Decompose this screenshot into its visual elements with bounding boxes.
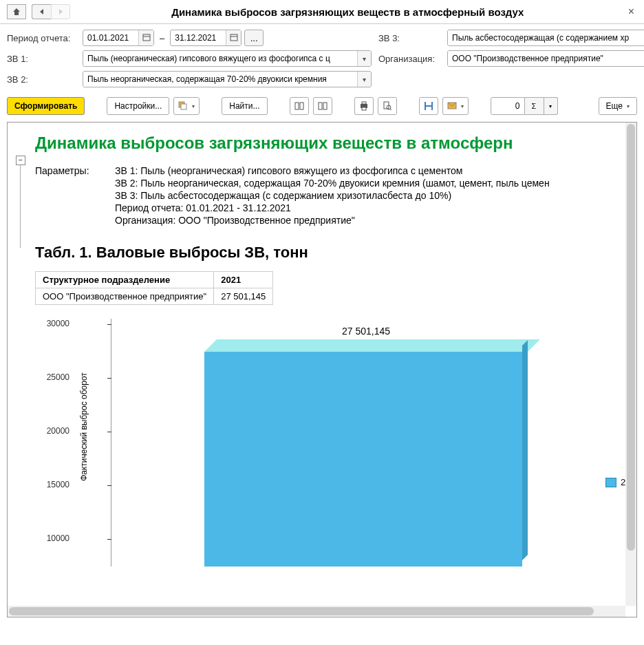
table-title: Табл. 1. Валовые выбросы ЗВ, тонн xyxy=(35,244,630,262)
table-col1-header: Структурное подразделение xyxy=(36,272,214,288)
y-tick: 15000 xyxy=(35,480,69,489)
email-button[interactable]: ▾ xyxy=(442,97,469,115)
email-icon xyxy=(447,102,457,110)
date-from-calendar-btn[interactable] xyxy=(138,30,153,45)
zv1-dropdown-btn[interactable]: ▾ xyxy=(357,51,371,66)
svg-rect-7 xyxy=(300,103,303,109)
preview-button[interactable] xyxy=(378,97,397,115)
more-button[interactable]: Еще ▾ xyxy=(599,97,637,115)
forward-button[interactable] xyxy=(51,4,70,19)
sigma-button[interactable]: Σ xyxy=(525,97,544,115)
table-row1-label: ООО "Производственное предприятие" xyxy=(36,288,214,305)
org-dropdown: ▾ xyxy=(447,50,644,67)
table-icon xyxy=(178,101,188,111)
report-title: Динамика выбросов загрязняющих веществ в… xyxy=(35,134,630,153)
print-icon xyxy=(359,101,369,111)
zv3-label: ЗВ 3: xyxy=(378,33,440,43)
svg-rect-6 xyxy=(295,103,299,109)
svg-rect-17 xyxy=(426,102,431,105)
svg-rect-5 xyxy=(181,104,186,109)
period-label: Период отчета: xyxy=(7,33,76,43)
date-to-wrap xyxy=(170,30,242,46)
settings-button[interactable]: Настройки... xyxy=(107,97,169,115)
y-tick: 10000 xyxy=(35,533,69,543)
arrow-right-icon xyxy=(56,8,65,15)
sigma-dropdown-button[interactable]: ▾ xyxy=(544,97,558,115)
zv2-input[interactable] xyxy=(83,72,357,87)
tick-line xyxy=(107,485,111,486)
date-from-wrap xyxy=(83,30,154,46)
zv3-dropdown: ▾ xyxy=(447,30,644,46)
svg-line-15 xyxy=(390,109,391,110)
preview-icon xyxy=(383,101,392,111)
params-block: Параметры: ЗВ 1: Пыль (неорганическая) г… xyxy=(35,165,630,227)
params-label: Параметры: xyxy=(35,165,104,227)
data-table: Структурное подразделение 2021 ООО "Прои… xyxy=(35,271,273,305)
table-row1-value: 27 501,145 xyxy=(214,288,273,305)
org-input[interactable] xyxy=(448,51,644,66)
home-button[interactable] xyxy=(7,4,26,19)
zv2-label: ЗВ 2: xyxy=(7,74,76,85)
zv2-dropdown-btn[interactable]: ▾ xyxy=(357,72,371,87)
horizontal-scrollbar[interactable] xyxy=(8,606,625,617)
chart-bar xyxy=(204,339,528,567)
zv1-label: ЗВ 1: xyxy=(7,54,76,64)
svg-rect-2 xyxy=(230,34,237,41)
expand-icon xyxy=(294,102,304,110)
header-bar: Динамика выбросов загрязняющих веществ в… xyxy=(0,0,644,24)
hscroll-thumb[interactable] xyxy=(9,607,594,615)
save-button[interactable] xyxy=(419,97,438,115)
legend-swatch xyxy=(605,478,616,487)
date-from-input[interactable] xyxy=(83,32,138,44)
period-ellipsis-button[interactable]: ... xyxy=(244,30,264,46)
arrow-left-icon xyxy=(38,8,46,15)
collapse-toggle[interactable]: − xyxy=(16,156,25,165)
report-canvas: − Динамика выбросов загрязняющих веществ… xyxy=(8,123,636,617)
org-label: Организация: xyxy=(378,54,440,64)
vscroll-thumb[interactable] xyxy=(627,124,635,551)
table-row: ООО "Производственное предприятие" 27 50… xyxy=(36,288,273,305)
chart-area: Фактический выброс оборот 30000 25000 20… xyxy=(35,319,630,567)
zv2-dropdown: ▾ xyxy=(83,71,372,87)
save-icon xyxy=(424,101,433,111)
date-to-calendar-btn[interactable] xyxy=(226,30,241,45)
zv1-dropdown: ▾ xyxy=(83,50,372,67)
y-tick: 30000 xyxy=(35,319,69,328)
zv1-input[interactable] xyxy=(83,51,357,66)
find-button[interactable]: Найти... xyxy=(222,97,267,115)
expand-all-button[interactable] xyxy=(290,97,309,115)
print-button[interactable] xyxy=(354,97,374,115)
collapse-all-button[interactable] xyxy=(313,97,332,115)
date-dash: – xyxy=(157,33,167,43)
y-tick: 25000 xyxy=(35,372,69,382)
collapse-line xyxy=(20,165,21,248)
chevron-down-icon: ▾ xyxy=(461,103,464,109)
tick-line xyxy=(107,432,111,432)
report-canvas-wrap: − Динамика выбросов загрязняющих веществ… xyxy=(7,122,637,617)
bar-front-face xyxy=(204,352,522,567)
collapse-icon xyxy=(318,102,328,110)
close-button[interactable]: × xyxy=(625,6,637,18)
back-button[interactable] xyxy=(32,4,51,19)
date-to-input[interactable] xyxy=(171,32,226,44)
table-col2-header: 2021 xyxy=(214,272,273,288)
nav-group xyxy=(32,4,70,19)
svg-rect-9 xyxy=(323,103,327,109)
tick-line xyxy=(107,378,111,379)
zv3-input[interactable] xyxy=(448,30,644,45)
y-tick: 20000 xyxy=(35,426,69,436)
period-group: – ... xyxy=(83,30,372,46)
param-line: Организация: ООО "Производственное предп… xyxy=(115,215,630,226)
svg-rect-11 xyxy=(362,102,366,104)
svg-rect-12 xyxy=(362,107,366,110)
tick-line xyxy=(107,539,111,540)
chevron-down-icon: ▾ xyxy=(192,103,195,109)
vertical-scrollbar[interactable] xyxy=(625,123,636,606)
copy-settings-button[interactable]: ▾ xyxy=(173,97,200,115)
zoom-input[interactable] xyxy=(491,97,525,115)
bar-side-face xyxy=(522,340,528,560)
tick-line xyxy=(107,324,111,325)
form-button[interactable]: Сформировать xyxy=(7,97,85,115)
calendar-icon xyxy=(142,33,151,41)
param-line: ЗВ 1: Пыль (неорганическая) гипсового вя… xyxy=(115,165,630,176)
